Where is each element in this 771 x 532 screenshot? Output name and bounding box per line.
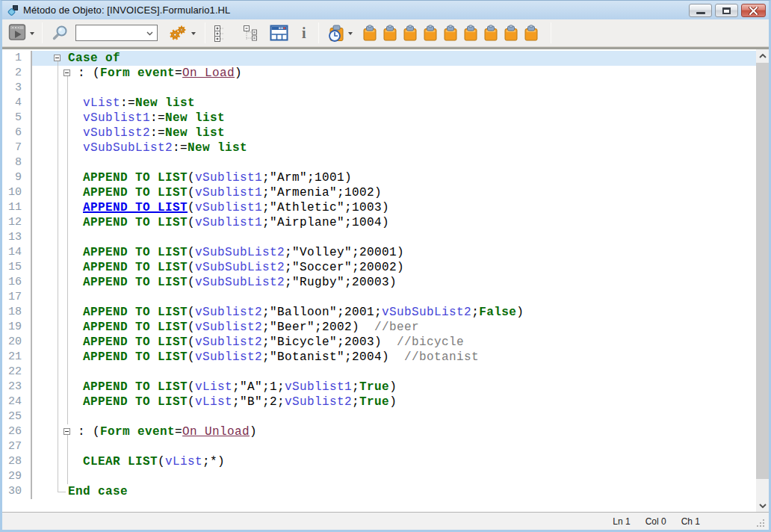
- code-line-content[interactable]: APPEND TO LIST(vSubSubList2;"Rugby";2000…: [32, 275, 756, 290]
- toolbar-separator: [318, 22, 319, 43]
- code-line-content[interactable]: APPEND TO LIST(vSublist1;"Athletic";1003…: [32, 200, 756, 215]
- code-line-content[interactable]: vSublist1:=New list: [32, 111, 756, 126]
- resize-grip-icon[interactable]: [757, 519, 758, 521]
- code-line-content[interactable]: APPEND TO LIST(vList;"A";1;vSublist1;Tru…: [32, 380, 756, 395]
- code-editor[interactable]: 1Case of2: (Form event=On Load)34vList:=…: [2, 49, 769, 512]
- clipboard-1-icon[interactable]: [362, 25, 378, 42]
- method-search-combobox[interactable]: [75, 25, 158, 41]
- code-token: vList: [195, 395, 232, 409]
- code-line: 8: [2, 155, 756, 170]
- code-line-content[interactable]: : (Form event=On Unload): [32, 424, 756, 439]
- toolbar-separator: [205, 22, 205, 43]
- code-line-content[interactable]: CLEAR LIST(vList;*): [32, 454, 756, 469]
- preferences-button[interactable]: [168, 24, 196, 42]
- close-button[interactable]: [741, 4, 766, 17]
- code-token: (: [188, 395, 195, 409]
- code-line-content[interactable]: Case of: [32, 51, 756, 66]
- line-number: 3: [2, 81, 32, 96]
- code-line-content[interactable]: APPEND TO LIST(vSublist1;"Armenia";1002): [32, 185, 756, 200]
- clipboard-history-button[interactable]: [326, 24, 353, 43]
- code-line: 14APPEND TO LIST(vSubSubList2;"Volley";2…: [2, 245, 756, 260]
- fold-toggle-icon[interactable]: [64, 69, 70, 76]
- code-line-content[interactable]: [32, 469, 756, 484]
- code-line-content[interactable]: APPEND TO LIST(vSubSubList2;"Volley";200…: [32, 245, 756, 260]
- collapse-all-icon[interactable]: [242, 25, 260, 42]
- code-line-content[interactable]: vSublist2:=New list: [32, 126, 756, 140]
- line-number: 24: [2, 395, 32, 409]
- code-line-content[interactable]: APPEND TO LIST(vList;"B";2;vSublist2;Tru…: [32, 395, 756, 409]
- code-token: :=: [173, 141, 188, 155]
- code-line-content[interactable]: APPEND TO LIST(vSublist2;"Botanist";2004…: [32, 350, 756, 365]
- code-token: vSublist1: [195, 171, 262, 185]
- maximize-button[interactable]: [715, 4, 738, 17]
- code-token: //botanist: [404, 350, 479, 364]
- clipboard-7-icon[interactable]: [483, 25, 499, 42]
- info-icon[interactable]: i: [300, 25, 309, 42]
- code-line-content[interactable]: APPEND TO LIST(vSublist1;"Airplane";1004…: [32, 215, 756, 230]
- code-line-content[interactable]: APPEND TO LIST(vSubSubList2;"Soccer";200…: [32, 260, 756, 275]
- code-token: APPEND TO LIST: [83, 380, 188, 394]
- code-line-content[interactable]: [32, 155, 756, 170]
- code-token: ;"Soccer";20002): [285, 261, 404, 274]
- code-line-content[interactable]: APPEND TO LIST(vSublist2;"Bicycle";2003)…: [32, 335, 756, 350]
- vertical-scrollbar[interactable]: [756, 49, 769, 512]
- search-icon[interactable]: [52, 24, 69, 42]
- line-number: 2: [2, 66, 32, 81]
- fold-toggle-icon[interactable]: [54, 55, 61, 61]
- scroll-up-button[interactable]: [756, 49, 769, 62]
- code-line-content[interactable]: vList:=New list: [32, 96, 756, 111]
- clipboard-dropdown-arrow: [348, 32, 353, 37]
- fold-guide-line: [67, 320, 68, 335]
- code-token: vSublist2: [285, 395, 352, 409]
- code-line-content[interactable]: [32, 409, 756, 424]
- scroll-down-button[interactable]: [756, 499, 769, 512]
- code-line-content[interactable]: : (Form event=On Load): [32, 66, 756, 81]
- code-line-content[interactable]: APPEND TO LIST(vSublist2;"Balloon";2001;…: [32, 305, 756, 320]
- object-method-icon: [7, 4, 19, 16]
- code-line: 15APPEND TO LIST(vSubSubList2;"Soccer";2…: [2, 260, 756, 275]
- code-line-content[interactable]: vSubSubList2:=New list: [32, 140, 756, 155]
- clipboard-3-icon[interactable]: [402, 25, 418, 42]
- code-line-content[interactable]: APPEND TO LIST(vSublist1;"Arm";1001): [32, 170, 756, 185]
- code-token: New list: [135, 96, 195, 110]
- line-number: 13: [2, 230, 32, 245]
- fold-toggle-icon[interactable]: [64, 428, 70, 435]
- clipboard-2-icon[interactable]: [382, 25, 398, 42]
- code-line: 25: [2, 409, 756, 424]
- search-input[interactable]: [78, 26, 143, 40]
- code-line: 2: (Form event=On Load): [2, 66, 756, 81]
- expand-all-icon[interactable]: [214, 25, 230, 42]
- fold-guide-line: [58, 81, 58, 96]
- clipboard-4-icon[interactable]: [422, 25, 439, 42]
- clipboard-6-icon[interactable]: [462, 25, 479, 42]
- code-line: 4vList:=New list: [2, 96, 756, 111]
- code-line-content[interactable]: End case: [32, 484, 756, 499]
- clipboard-9-icon[interactable]: [523, 25, 539, 42]
- code-line-content[interactable]: [32, 439, 756, 454]
- line-number: 11: [2, 200, 32, 215]
- scrollbar-thumb[interactable]: [756, 63, 769, 479]
- code-line-content[interactable]: [32, 230, 756, 245]
- clipboard-8-icon[interactable]: [503, 25, 519, 42]
- code-line-content[interactable]: [32, 81, 756, 96]
- line-number: 21: [2, 350, 32, 365]
- code-line-content[interactable]: [32, 365, 756, 380]
- code-token: New list: [165, 126, 225, 140]
- fold-guide-line: [58, 320, 58, 335]
- code-token: vList: [195, 380, 232, 394]
- code-line-content[interactable]: APPEND TO LIST(vSublist2;"Beer";2002) //…: [32, 320, 756, 335]
- form-icon[interactable]: [270, 25, 289, 41]
- minimize-button[interactable]: [689, 4, 712, 17]
- code-token: vSubSubList2: [195, 261, 285, 274]
- title-bar[interactable]: Método de Objeto: [INVOICES].Formulario1…: [2, 1, 769, 19]
- clipboard-5-icon[interactable]: [442, 25, 459, 42]
- code-token: vSublist1: [83, 111, 150, 125]
- code-lines[interactable]: 1Case of2: (Form event=On Load)34vList:=…: [2, 51, 756, 499]
- line-number: 5: [2, 111, 32, 126]
- code-token: (: [188, 216, 195, 229]
- code-line: 19APPEND TO LIST(vSublist2;"Beer";2002) …: [2, 320, 756, 335]
- fold-guide-line: [67, 96, 68, 111]
- code-line: 28CLEAR LIST(vList;*): [2, 454, 756, 469]
- run-method-button[interactable]: [8, 23, 34, 43]
- code-line-content[interactable]: [32, 290, 756, 305]
